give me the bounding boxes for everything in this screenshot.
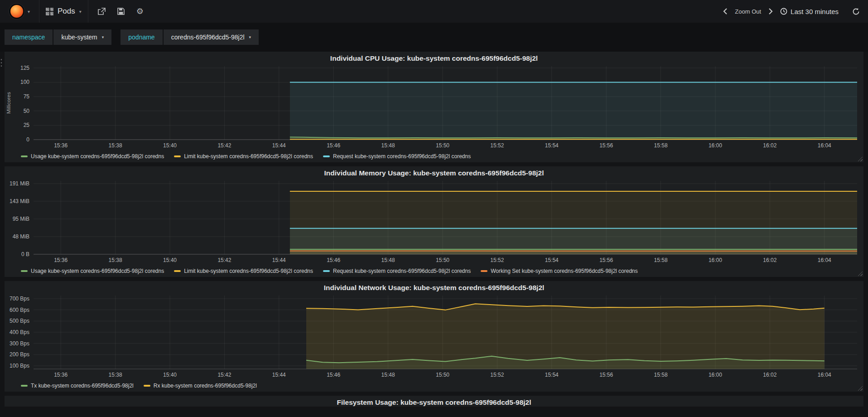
- x-tick-label: 15:56: [599, 257, 613, 263]
- x-tick-label: 15:54: [545, 372, 559, 378]
- legend-series-label: Tx kube-system coredns-695f96dcd5-98j2l: [31, 383, 134, 389]
- legend-item[interactable]: Rx kube-system coredns-695f96dcd5-98j2l: [144, 383, 257, 389]
- chevron-down-icon: ▾: [249, 35, 251, 39]
- x-tick-label: 16:00: [709, 257, 722, 263]
- dashboards-grid-icon: [46, 8, 53, 15]
- zoom-out-button[interactable]: Zoom Out: [735, 8, 761, 15]
- x-tick-label: 15:54: [545, 257, 559, 263]
- x-tick-label: 16:04: [818, 372, 831, 378]
- dashboard-picker[interactable]: Pods ▾: [46, 7, 82, 16]
- chevron-down-icon: ▾: [102, 35, 104, 39]
- legend-series-color-icon: [21, 270, 28, 272]
- y-tick-label: 48 MiB: [13, 233, 29, 240]
- x-tick-label: 16:02: [763, 257, 776, 263]
- y-tick-label: 143 MiB: [10, 198, 29, 204]
- legend-item[interactable]: Request kube-system coredns-695f96dcd5-9…: [323, 268, 471, 274]
- chart-cpu-usage[interactable]: 025507510012515:3615:3815:4015:4215:4415…: [5, 63, 863, 150]
- grafana-logo-button[interactable]: ▾: [6, 4, 33, 19]
- variable-podname-dropdown[interactable]: coredns-695f96dcd5-98j2l ▾: [164, 29, 259, 45]
- legend-series-color-icon: [144, 385, 150, 387]
- chevron-down-icon: ▾: [28, 9, 30, 14]
- row-drag-handle[interactable]: [0, 58, 2, 67]
- legend-series-color-icon: [174, 270, 181, 272]
- panel-title-cpu-usage[interactable]: Individual CPU Usage: kube-system coredn…: [5, 52, 863, 63]
- legend-series-label: Limit kube-system coredns-695f96dcd5-98j…: [184, 153, 313, 160]
- legend-item[interactable]: Request kube-system coredns-695f96dcd5-9…: [323, 153, 471, 160]
- x-tick-label: 15:52: [490, 142, 504, 149]
- y-tick-label: 191 MiB: [10, 180, 29, 187]
- y-tick-label: 400 Bps: [10, 329, 29, 335]
- x-tick-label: 15:58: [654, 372, 668, 378]
- x-tick-label: 15:38: [109, 372, 122, 378]
- variable-podname-label: podname: [121, 29, 162, 45]
- panel-title-memory-usage[interactable]: Individual Memory Usage: kube-system cor…: [5, 166, 863, 178]
- x-tick-label: 16:04: [818, 257, 831, 263]
- x-tick-label: 15:50: [436, 257, 449, 263]
- share-icon[interactable]: [97, 8, 106, 15]
- legend-series-color-icon: [323, 270, 330, 272]
- refresh-icon[interactable]: [852, 8, 860, 15]
- legend-series-color-icon: [323, 155, 330, 157]
- x-tick-label: 15:40: [163, 142, 177, 149]
- time-shift-forward-icon[interactable]: [768, 8, 773, 15]
- y-tick-label: 0 B: [21, 251, 29, 257]
- y-tick-label: 50: [24, 108, 30, 114]
- panel-filesystem-usage: Filesystem Usage: kube-system coredns-69…: [5, 396, 863, 407]
- legend-item[interactable]: Tx kube-system coredns-695f96dcd5-98j2l: [21, 383, 134, 389]
- legend-series-label: Usage kube-system coredns-695f96dcd5-98j…: [31, 153, 164, 160]
- save-icon[interactable]: [117, 8, 125, 15]
- top-navbar: ▾ Pods ▾ ⚙ Zoom Out Last 30 minutes: [0, 0, 868, 23]
- panel-title-network-usage[interactable]: Individual Network Usage: kube-system co…: [5, 281, 863, 293]
- x-tick-label: 15:50: [436, 372, 449, 378]
- y-tick-label: 600 Bps: [10, 307, 29, 313]
- time-range-picker[interactable]: Last 30 minutes: [780, 8, 839, 15]
- y-tick-label: 100 Bps: [10, 363, 29, 369]
- panel-cpu-usage: Individual CPU Usage: kube-system coredn…: [5, 52, 863, 162]
- legend-series-label: Request kube-system coredns-695f96dcd5-9…: [333, 153, 471, 160]
- legend-item[interactable]: Limit kube-system coredns-695f96dcd5-98j…: [174, 153, 313, 160]
- legend-cpu-usage: Usage kube-system coredns-695f96dcd5-98j…: [5, 152, 863, 162]
- x-tick-label: 15:38: [109, 142, 122, 149]
- legend-memory-usage: Usage kube-system coredns-695f96dcd5-98j…: [5, 267, 863, 277]
- panel-title-filesystem-usage[interactable]: Filesystem Usage: kube-system coredns-69…: [5, 396, 863, 407]
- x-tick-label: 16:02: [763, 372, 776, 378]
- time-shift-back-icon[interactable]: [723, 8, 728, 15]
- variable-namespace: namespace kube-system ▾: [5, 29, 111, 45]
- x-tick-label: 15:44: [272, 142, 286, 149]
- chevron-down-icon: ▾: [79, 9, 82, 14]
- series-fill-request: [290, 82, 857, 140]
- y-axis-label: Millicores: [6, 92, 11, 114]
- x-tick-label: 15:42: [217, 372, 231, 378]
- dashboard-panels: Individual CPU Usage: kube-system coredn…: [0, 52, 868, 407]
- legend-series-color-icon: [174, 155, 181, 157]
- panel-network-usage: Individual Network Usage: kube-system co…: [5, 281, 863, 392]
- gear-icon[interactable]: ⚙: [136, 7, 144, 15]
- x-tick-label: 15:50: [436, 142, 449, 149]
- legend-item[interactable]: Usage kube-system coredns-695f96dcd5-98j…: [21, 268, 164, 274]
- x-tick-label: 15:42: [217, 257, 231, 263]
- legend-series-label: Request kube-system coredns-695f96dcd5-9…: [333, 268, 471, 274]
- legend-series-color-icon: [21, 385, 28, 387]
- x-tick-label: 15:38: [109, 257, 122, 263]
- legend-item[interactable]: Limit kube-system coredns-695f96dcd5-98j…: [174, 268, 313, 274]
- clock-icon: [780, 8, 787, 15]
- legend-series-label: Working Set kube-system coredns-695f96dc…: [491, 268, 638, 274]
- legend-series-color-icon: [481, 270, 487, 272]
- chart-memory-usage[interactable]: 0 B48 MiB95 MiB143 MiB191 MiB15:3615:381…: [5, 178, 863, 265]
- x-tick-label: 15:52: [490, 257, 504, 263]
- x-tick-label: 15:46: [327, 257, 340, 263]
- x-tick-label: 15:58: [654, 142, 668, 149]
- x-tick-label: 15:48: [381, 372, 395, 378]
- x-tick-label: 15:36: [54, 142, 68, 149]
- legend-item[interactable]: Working Set kube-system coredns-695f96dc…: [481, 268, 638, 274]
- legend-network-usage: Tx kube-system coredns-695f96dcd5-98j2lR…: [5, 382, 863, 392]
- variable-namespace-label: namespace: [5, 29, 53, 45]
- y-tick-label: 700 Bps: [10, 296, 29, 302]
- legend-item[interactable]: Usage kube-system coredns-695f96dcd5-98j…: [21, 153, 164, 160]
- x-tick-label: 15:44: [272, 257, 286, 263]
- variable-namespace-dropdown[interactable]: kube-system ▾: [53, 29, 111, 45]
- x-tick-label: 15:44: [272, 372, 286, 378]
- dashboard-title: Pods: [58, 7, 75, 16]
- x-tick-label: 15:42: [217, 142, 231, 149]
- chart-network-usage[interactable]: 100 Bps200 Bps300 Bps400 Bps500 Bps600 B…: [5, 293, 863, 380]
